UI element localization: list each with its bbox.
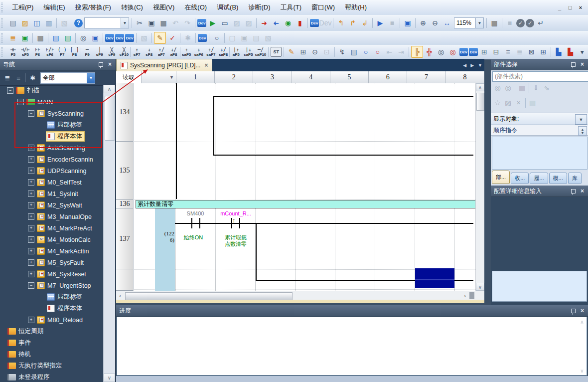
expander-icon[interactable]: [28, 145, 34, 151]
std-program1-icon[interactable]: ▙: [553, 46, 564, 57]
tree-item[interactable]: M4_MarkActtin: [0, 245, 104, 257]
remove-element-icon[interactable]: ⇘: [541, 83, 552, 93]
network-disabled-icon[interactable]: ▧: [139, 32, 149, 43]
tool-disabled-icon[interactable]: ✱: [182, 32, 193, 43]
scroll-left-icon[interactable]: ‹: [116, 292, 124, 300]
minimize-icon[interactable]: _: [555, 3, 564, 11]
expander-icon[interactable]: [28, 271, 34, 277]
selected-cell[interactable]: [415, 268, 454, 288]
zoom-combobox[interactable]: 115% ▼: [454, 17, 484, 28]
tree-item[interactable]: AxisScanning: [0, 142, 104, 154]
scroll-down-icon[interactable]: ∨: [104, 374, 115, 382]
new-project-icon[interactable]: ▤: [7, 17, 18, 28]
menu-item[interactable]: 诊断(D): [243, 1, 275, 14]
find-contact-icon[interactable]: ○: [360, 46, 371, 57]
wire-delete-icon[interactable]: ╬: [424, 46, 435, 57]
menu-item[interactable]: 搜索/替换(F): [70, 1, 116, 14]
tree-item[interactable]: M3_ManualOpe: [0, 211, 104, 222]
io-check-icon[interactable]: ✓: [167, 32, 178, 43]
device-label[interactable]: SM400: [181, 210, 210, 217]
save-project-icon[interactable]: ◫: [31, 17, 42, 28]
inline-st-icon[interactable]: ST: [271, 47, 282, 57]
register-watch2-icon[interactable]: ◎: [447, 46, 458, 57]
spinner-control[interactable]: ▲▼: [578, 126, 587, 136]
scroll-up-icon[interactable]: ∧: [104, 85, 115, 93]
find-element-icon[interactable]: ◎: [492, 83, 503, 93]
expander-icon[interactable]: [28, 317, 34, 323]
device-comment-icon[interactable]: Dev: [105, 34, 114, 42]
dev-replace-icon[interactable]: Dev: [469, 48, 478, 56]
statement-write-icon[interactable]: ↰: [335, 17, 346, 28]
close-icon[interactable]: ×: [581, 61, 584, 68]
watch-window-icon[interactable]: ▣: [90, 32, 101, 43]
dock-layout2-icon[interactable]: ▣: [239, 32, 250, 43]
tree-item[interactable]: 局部标签: [0, 119, 104, 131]
device-batch-icon[interactable]: Dev: [125, 34, 134, 42]
expander-icon[interactable]: [17, 99, 24, 105]
pulse-down-icon[interactable]: ∣↓ caF5: [242, 46, 255, 58]
list-view2-icon[interactable]: ▤: [62, 32, 73, 43]
collapse-tree-icon[interactable]: ≣: [2, 72, 13, 83]
undo-icon[interactable]: ↶: [170, 17, 181, 28]
tree-item[interactable]: 局部标签: [0, 291, 104, 303]
pin-icon[interactable]: [571, 189, 576, 193]
row-number[interactable]: [116, 269, 133, 291]
print-icon[interactable]: ▥: [43, 17, 54, 28]
tree-item[interactable]: M4_MotionCalc: [0, 234, 104, 245]
device-memory-icon[interactable]: Dev: [115, 34, 124, 42]
add-element-icon[interactable]: ⇓: [531, 83, 541, 93]
jump-prev-icon[interactable]: ⇤: [384, 46, 395, 57]
menu-item[interactable]: 编辑(E): [38, 1, 70, 14]
menu-item[interactable]: 调试(B): [212, 1, 243, 14]
module-config-icon[interactable]: ▦: [35, 32, 46, 43]
tree-item[interactable]: 事件: [0, 337, 104, 349]
scroll-down-icon[interactable]: ∨: [579, 367, 586, 374]
editor-horizontal-scrollbar[interactable]: ‹ ›: [116, 291, 484, 300]
expander-icon[interactable]: [28, 156, 34, 163]
restore-icon[interactable]: □: [566, 3, 575, 11]
toolbar-overflow-icon[interactable]: ▾: [577, 46, 588, 57]
scrollbar-thumb[interactable]: [105, 96, 115, 141]
config-input-area[interactable]: [492, 271, 587, 302]
open-branch-icon[interactable]: ⊦⊦ F6: [31, 46, 44, 58]
navigation-window-icon[interactable]: ≣: [7, 32, 18, 43]
new-folder-icon[interactable]: ▨: [503, 98, 513, 108]
row-number[interactable]: 135: [116, 142, 133, 200]
close-icon[interactable]: ×: [581, 307, 584, 314]
expander-icon[interactable]: [28, 202, 34, 208]
dock-layout3-icon[interactable]: ▤: [251, 32, 262, 43]
falling-pulse-icon[interactable]: ↓ sF8: [143, 46, 155, 58]
falling-pulse-close-branch-icon[interactable]: ⇓/ saF8: [217, 46, 230, 58]
delete-row-icon[interactable]: ⊟: [491, 46, 502, 57]
tree-item[interactable]: 恒定周期: [0, 326, 104, 337]
device-monitor-icon[interactable]: Dev: [197, 19, 206, 27]
tab-element[interactable]: 部...: [492, 171, 510, 184]
closed-contact-icon[interactable]: ⊣/⊢ sF5: [19, 46, 32, 58]
rung-comment-bar[interactable]: 累计数量清零: [136, 200, 476, 208]
tree-item[interactable]: 扫描: [0, 85, 104, 96]
option-list-icon[interactable]: ≣: [514, 46, 525, 57]
verify-plc-icon[interactable]: ◉: [283, 17, 294, 28]
element-list-area[interactable]: [492, 137, 588, 170]
multi-screen-icon[interactable]: ▦: [489, 17, 500, 28]
tab-favorites[interactable]: 收...: [511, 173, 529, 184]
std-program2-icon[interactable]: ▙: [565, 46, 576, 57]
cross-reference-icon[interactable]: ◎: [78, 32, 89, 43]
tree-item[interactable]: 待机: [0, 349, 104, 360]
statement-read-icon[interactable]: ↲: [359, 17, 370, 28]
device-search-icon[interactable]: ○: [211, 32, 222, 43]
read-from-plc-icon[interactable]: ➜: [271, 17, 282, 28]
close-icon[interactable]: ×: [576, 3, 585, 11]
pulse-up-icon[interactable]: ∣↑ aF5: [230, 46, 242, 58]
instruction-category-row[interactable]: 顺序指令 ▲▼: [491, 125, 588, 136]
wire-tree-icon[interactable]: ╠: [411, 46, 423, 58]
doc2-disabled-icon[interactable]: ▨: [243, 17, 254, 28]
plc-stop-icon[interactable]: ▮: [294, 17, 305, 28]
tree-item[interactable]: M5_SysFault: [0, 257, 104, 268]
close-icon[interactable]: ×: [108, 61, 112, 68]
settings-gear-icon[interactable]: ✱: [27, 72, 38, 83]
rising-pulse-close-icon[interactable]: ↑/ aF7: [155, 46, 168, 58]
check-parameter-icon[interactable]: ✓: [526, 19, 534, 27]
project-selector-combobox[interactable]: ▼: [84, 17, 129, 28]
expander-icon[interactable]: [28, 248, 34, 254]
